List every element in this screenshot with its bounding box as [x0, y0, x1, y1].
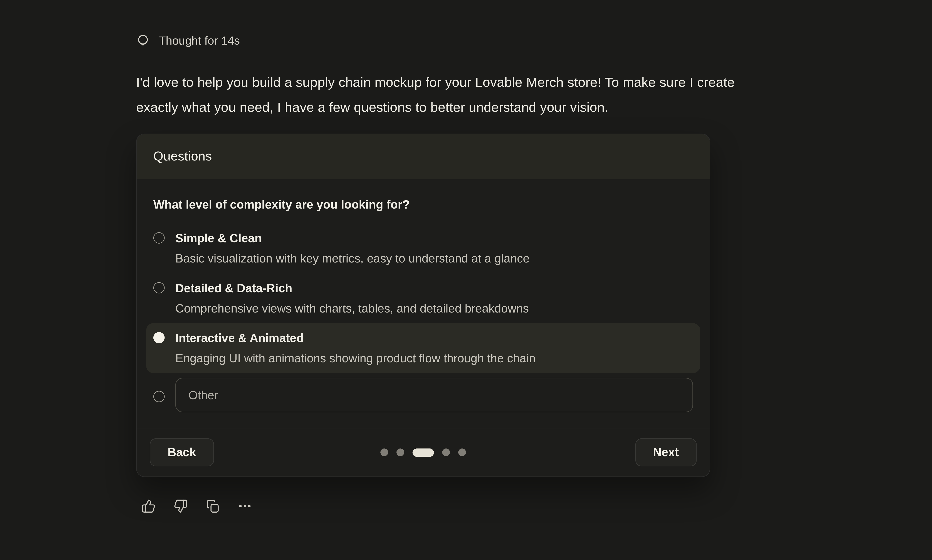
- progress-dot: [396, 448, 404, 456]
- option-label: Interactive & Animated: [176, 330, 536, 346]
- question-text: What level of complexity are you looking…: [153, 197, 693, 212]
- option-detailed-data-rich[interactable]: Detailed & Data-Rich Comprehensive views…: [146, 273, 700, 323]
- copy-button[interactable]: [206, 499, 220, 513]
- option-simple-clean[interactable]: Simple & Clean Basic visualization with …: [146, 223, 700, 273]
- option-interactive-animated[interactable]: Interactive & Animated Engaging UI with …: [146, 323, 700, 373]
- message-line: exactly what you need, I have a few ques…: [136, 95, 832, 120]
- thumbs-up-icon: [142, 499, 156, 513]
- thinking-label: Thought for 14s: [159, 34, 240, 47]
- radio-unselected-icon[interactable]: [153, 391, 165, 402]
- option-description: Basic visualization with key metrics, ea…: [176, 250, 530, 267]
- card-footer: Back Next: [137, 428, 710, 477]
- progress-dots: [381, 448, 466, 457]
- assistant-message: I'd love to help you build a supply chai…: [136, 70, 832, 120]
- thumbs-up-button[interactable]: [142, 499, 156, 513]
- chat-canvas: Thought for 14s I'd love to help you bui…: [0, 0, 932, 560]
- option-label: Simple & Clean: [176, 230, 530, 246]
- questions-card: Questions What level of complexity are y…: [136, 134, 710, 477]
- copy-icon: [206, 499, 220, 513]
- option-label: Detailed & Data-Rich: [176, 280, 529, 297]
- back-button[interactable]: Back: [150, 438, 214, 466]
- more-options-button[interactable]: [238, 499, 252, 513]
- option-description: Comprehensive views with charts, tables,…: [176, 300, 529, 317]
- next-button[interactable]: Next: [635, 438, 696, 466]
- card-title: Questions: [153, 149, 212, 164]
- option-other[interactable]: [146, 373, 700, 412]
- message-line: I'd love to help you build a supply chai…: [136, 70, 832, 95]
- radio-selected-icon[interactable]: [153, 332, 165, 343]
- progress-dot: [458, 448, 466, 456]
- card-body: What level of complexity are you looking…: [137, 179, 710, 428]
- thinking-toggle[interactable]: Thought for 14s: [136, 32, 832, 49]
- message-actions: [136, 499, 832, 513]
- card-header: Questions: [137, 134, 710, 179]
- progress-dot: [381, 448, 388, 456]
- thumbs-down-icon: [174, 499, 188, 513]
- thumbs-down-button[interactable]: [174, 499, 188, 513]
- option-description: Engaging UI with animations showing prod…: [176, 350, 536, 366]
- other-input[interactable]: [176, 378, 693, 412]
- ellipsis-icon: [238, 499, 252, 513]
- radio-unselected-icon[interactable]: [153, 232, 165, 243]
- progress-dot: [442, 448, 450, 456]
- progress-dot-active: [413, 448, 434, 457]
- radio-unselected-icon[interactable]: [153, 282, 165, 293]
- lightbulb-icon: [136, 34, 150, 47]
